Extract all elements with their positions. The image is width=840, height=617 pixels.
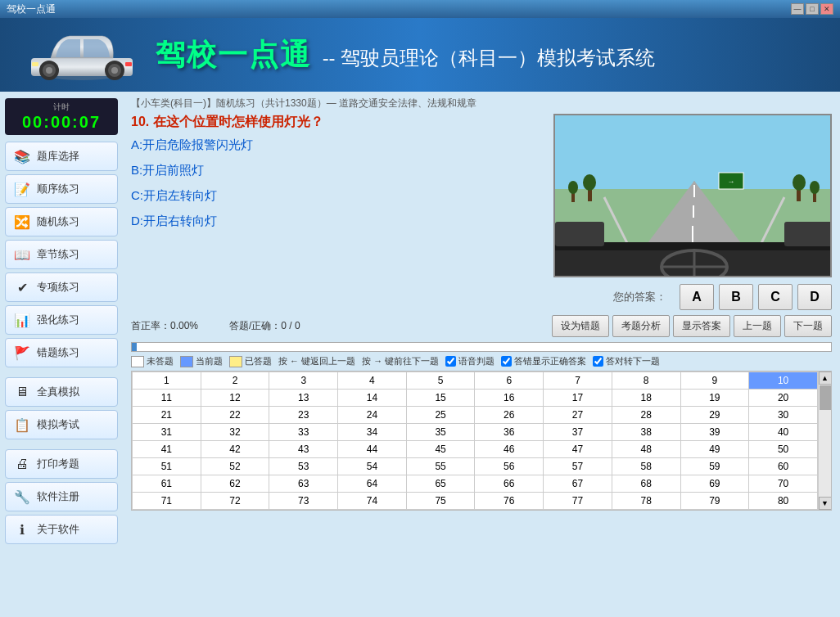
grid-cell-61[interactable]: 61 — [133, 475, 201, 493]
checkbox-voice[interactable]: 语音判题 — [445, 355, 495, 367]
grid-cell-25[interactable]: 25 — [406, 407, 475, 424]
auto-next-checkbox[interactable] — [593, 356, 603, 367]
grid-cell-19[interactable]: 19 — [680, 390, 749, 407]
grid-cell-50[interactable]: 50 — [749, 441, 818, 458]
sidebar-btn-random[interactable]: 🔀 随机练习 — [5, 207, 118, 236]
grid-cell-69[interactable]: 69 — [680, 475, 749, 493]
grid-cell-1[interactable]: 1 — [133, 372, 201, 390]
grid-cell-34[interactable]: 34 — [338, 424, 407, 441]
grid-cell-37[interactable]: 37 — [544, 424, 612, 441]
grid-cell-62[interactable]: 62 — [201, 475, 269, 493]
sidebar-btn-question-bank[interactable]: 📚 题库选择 — [5, 142, 118, 171]
grid-cell-35[interactable]: 35 — [406, 424, 475, 441]
minimize-button[interactable]: — — [791, 3, 804, 15]
scroll-up-btn[interactable]: ▲ — [819, 372, 832, 385]
grid-cell-38[interactable]: 38 — [612, 424, 680, 441]
show-correct-checkbox[interactable] — [501, 356, 512, 367]
grid-cell-44[interactable]: 44 — [338, 441, 407, 458]
grid-cell-54[interactable]: 54 — [338, 458, 407, 475]
option-b[interactable]: B:开启前照灯 — [131, 161, 545, 180]
grid-cell-40[interactable]: 40 — [749, 424, 818, 441]
checkbox-auto-next[interactable]: 答对转下一题 — [593, 355, 660, 367]
grid-cell-32[interactable]: 32 — [201, 424, 269, 441]
sidebar-btn-chapter[interactable]: 📖 章节练习 — [5, 240, 118, 269]
option-d[interactable]: D:开启右转向灯 — [131, 212, 545, 231]
grid-cell-27[interactable]: 27 — [544, 407, 612, 424]
grid-cell-8[interactable]: 8 — [612, 372, 680, 390]
grid-cell-65[interactable]: 65 — [406, 475, 475, 493]
grid-cell-13[interactable]: 13 — [269, 390, 338, 407]
answer-btn-a[interactable]: A — [680, 284, 714, 310]
grid-cell-2[interactable]: 2 — [201, 372, 269, 390]
grid-cell-79[interactable]: 79 — [680, 493, 749, 510]
grid-cell-17[interactable]: 17 — [544, 390, 612, 407]
grid-cell-6[interactable]: 6 — [475, 372, 544, 390]
grid-cell-30[interactable]: 30 — [749, 407, 818, 424]
grid-cell-4[interactable]: 4 — [338, 372, 407, 390]
sidebar-btn-sequential[interactable]: 📝 顺序练习 — [5, 174, 118, 204]
sidebar-btn-mock-exam[interactable]: 📋 模拟考试 — [5, 410, 118, 439]
grid-cell-39[interactable]: 39 — [680, 424, 749, 441]
grid-cell-48[interactable]: 48 — [612, 441, 680, 458]
grid-cell-76[interactable]: 76 — [475, 493, 544, 510]
grid-cell-63[interactable]: 63 — [269, 475, 338, 493]
grid-cell-77[interactable]: 77 — [544, 493, 612, 510]
scroll-thumb[interactable] — [820, 385, 831, 410]
scroll-down-btn[interactable]: ▼ — [819, 497, 832, 510]
grid-cell-15[interactable]: 15 — [406, 390, 475, 407]
grid-cell-75[interactable]: 75 — [406, 493, 475, 510]
grid-cell-28[interactable]: 28 — [612, 407, 680, 424]
grid-cell-29[interactable]: 29 — [680, 407, 749, 424]
grid-cell-12[interactable]: 12 — [201, 390, 269, 407]
grid-cell-5[interactable]: 5 — [406, 372, 475, 390]
answer-btn-b[interactable]: B — [719, 284, 753, 310]
grid-cell-23[interactable]: 23 — [269, 407, 338, 424]
grid-cell-22[interactable]: 22 — [201, 407, 269, 424]
grid-cell-71[interactable]: 71 — [133, 493, 201, 510]
grid-cell-80[interactable]: 80 — [749, 493, 818, 510]
grid-cell-14[interactable]: 14 — [338, 390, 407, 407]
grid-cell-10[interactable]: 10 — [749, 372, 818, 390]
grid-cell-59[interactable]: 59 — [680, 458, 749, 475]
grid-cell-68[interactable]: 68 — [612, 475, 680, 493]
grid-cell-45[interactable]: 45 — [406, 441, 475, 458]
grid-cell-16[interactable]: 16 — [475, 390, 544, 407]
answer-btn-c[interactable]: C — [758, 284, 793, 310]
show-answer-btn[interactable]: 显示答案 — [673, 315, 730, 337]
grid-cell-56[interactable]: 56 — [475, 458, 544, 475]
grid-cell-74[interactable]: 74 — [338, 493, 407, 510]
grid-cell-31[interactable]: 31 — [133, 424, 201, 441]
next-btn[interactable]: 下一题 — [784, 315, 832, 337]
grid-cell-42[interactable]: 42 — [201, 441, 269, 458]
maximize-button[interactable]: □ — [806, 3, 819, 15]
grid-cell-49[interactable]: 49 — [680, 441, 749, 458]
grid-cell-7[interactable]: 7 — [544, 372, 612, 390]
grid-cell-24[interactable]: 24 — [338, 407, 407, 424]
checkbox-show-correct[interactable]: 答错显示正确答案 — [501, 355, 586, 367]
grid-cell-78[interactable]: 78 — [612, 493, 680, 510]
grid-cell-66[interactable]: 66 — [475, 475, 544, 493]
option-a[interactable]: A:开启危险报警闪光灯 — [131, 136, 545, 155]
prev-btn[interactable]: 上一题 — [734, 315, 781, 337]
grid-cell-73[interactable]: 73 — [269, 493, 338, 510]
grid-cell-64[interactable]: 64 — [338, 475, 407, 493]
grid-cell-70[interactable]: 70 — [749, 475, 818, 493]
grid-cell-18[interactable]: 18 — [612, 390, 680, 407]
analyze-btn[interactable]: 考题分析 — [612, 315, 670, 337]
sidebar-btn-print[interactable]: 🖨 打印考题 — [5, 449, 118, 479]
grid-cell-60[interactable]: 60 — [749, 458, 818, 475]
grid-cell-3[interactable]: 3 — [269, 372, 338, 390]
grid-cell-43[interactable]: 43 — [269, 441, 338, 458]
grid-cell-20[interactable]: 20 — [749, 390, 818, 407]
grid-cell-51[interactable]: 51 — [133, 458, 201, 475]
grid-cell-57[interactable]: 57 — [544, 458, 612, 475]
option-c[interactable]: C:开启左转向灯 — [131, 187, 545, 205]
grid-cell-26[interactable]: 26 — [475, 407, 544, 424]
grid-cell-33[interactable]: 33 — [269, 424, 338, 441]
grid-cell-41[interactable]: 41 — [133, 441, 201, 458]
voice-checkbox[interactable] — [445, 356, 456, 367]
sidebar-btn-full-sim[interactable]: 🖥 全真模拟 — [5, 377, 118, 407]
grid-cell-72[interactable]: 72 — [201, 493, 269, 510]
sidebar-btn-intensive[interactable]: 📊 强化练习 — [5, 305, 118, 335]
grid-cell-11[interactable]: 11 — [133, 390, 201, 407]
